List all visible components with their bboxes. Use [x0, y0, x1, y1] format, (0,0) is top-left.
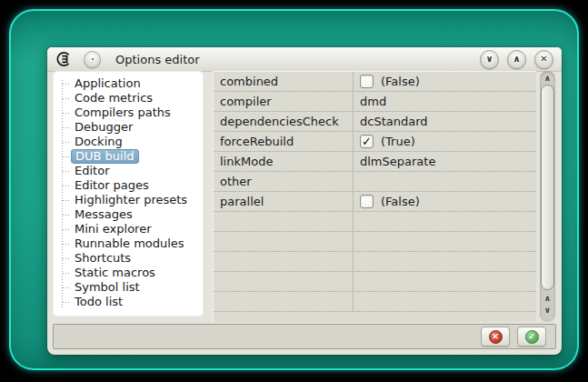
property-value-text: dcStandard — [360, 115, 428, 128]
close-icon: ✕ — [540, 55, 547, 64]
accept-button[interactable]: ✓ — [517, 327, 546, 347]
property-name: linkMode — [214, 152, 354, 171]
close-button[interactable]: ✕ — [534, 50, 553, 69]
titlebar[interactable]: Options editor ∨ ∧ ✕ — [47, 47, 562, 72]
property-value[interactable]: (False) — [354, 72, 536, 91]
sidebar-item-label: Compilers paths — [75, 106, 171, 120]
property-value-text: (True) — [381, 135, 415, 148]
property-value[interactable] — [354, 292, 536, 311]
property-value-text: dmd — [360, 95, 386, 108]
property-row-empty — [214, 292, 536, 312]
property-name — [214, 252, 354, 271]
chevron-down-icon: ∨ — [485, 55, 493, 64]
cancel-button[interactable]: ✕ — [481, 327, 510, 347]
checkbox[interactable] — [360, 195, 374, 208]
sidebar-item-label: Code metrics — [75, 91, 153, 106]
property-row-linkMode[interactable]: linkMode dlmSeparate — [214, 152, 536, 172]
desktop-background: Options editor ∨ ∧ ✕ Application Code me… — [9, 9, 579, 370]
checkbox[interactable] — [360, 75, 374, 88]
scroll-up-icon[interactable]: ∧ — [540, 293, 555, 304]
property-name: other — [214, 172, 354, 191]
property-value[interactable] — [354, 212, 536, 231]
coedit-app-icon — [55, 51, 72, 67]
sidebar-item-label: Highlighter presets — [75, 193, 187, 207]
sidebar-item-compilers-paths[interactable]: Compilers paths — [53, 106, 204, 120]
property-name: forceRebuild — [214, 132, 354, 151]
sidebar-item-todo-list[interactable]: Todo list — [53, 295, 204, 309]
maximize-button[interactable]: ∧ — [507, 50, 526, 69]
options-editor-window: Options editor ∨ ∧ ✕ Application Code me… — [47, 47, 562, 355]
minimize-button[interactable]: ∨ — [480, 50, 499, 69]
sidebar-item-static-macros[interactable]: Static macros — [53, 266, 204, 280]
sidebar-item-code-metrics[interactable]: Code metrics — [53, 91, 204, 106]
property-row-dependenciesCheck[interactable]: dependenciesCheck dcStandard — [214, 112, 536, 132]
sidebar-item-runnable-modules[interactable]: Runnable modules — [53, 236, 204, 251]
sidebar-item-editor-pages[interactable]: Editor pages — [53, 178, 204, 193]
sidebar-item-label: Symbol list — [75, 280, 140, 295]
property-row-empty — [214, 212, 536, 232]
cancel-cross-icon: ✕ — [489, 330, 503, 344]
sidebar-item-editor[interactable]: Editor — [53, 164, 204, 178]
checkbox[interactable]: ✓ — [360, 135, 374, 148]
property-name: dependenciesCheck — [214, 112, 354, 131]
sidebar-item-label: Static macros — [75, 266, 155, 280]
property-value[interactable] — [354, 172, 536, 191]
property-value[interactable] — [354, 252, 536, 271]
property-row-other[interactable]: other — [214, 172, 536, 192]
menu-dot-icon — [92, 58, 94, 60]
sidebar-item-symbol-list[interactable]: Symbol list — [53, 280, 204, 295]
property-name — [214, 292, 354, 311]
property-value[interactable]: dmd — [354, 92, 536, 111]
sidebar-item-label: Editor — [75, 164, 109, 178]
sidebar-item-label: Shortcuts — [75, 251, 131, 266]
chevron-up-icon: ∧ — [513, 55, 520, 64]
scrollbar-thumb[interactable] — [541, 85, 554, 290]
sidebar-item-label: Editor pages — [75, 178, 149, 193]
property-name: parallel — [214, 192, 354, 211]
sidebar-item-highlighter-presets[interactable]: Highlighter presets — [53, 193, 204, 207]
sidebar-item-application[interactable]: Application — [53, 76, 204, 91]
accept-check-icon: ✓ — [525, 330, 539, 344]
property-row-empty — [214, 252, 536, 272]
property-name: combined — [214, 72, 354, 91]
sidebar-item-label: Mini explorer — [75, 222, 152, 236]
sidebar-item-docking[interactable]: Docking — [53, 135, 204, 149]
window-title: Options editor — [115, 53, 200, 66]
sidebar-item-messages[interactable]: Messages — [53, 207, 204, 222]
sidebar-item-mini-explorer[interactable]: Mini explorer — [53, 222, 204, 236]
scroll-up-icon[interactable]: ∧ — [540, 73, 555, 84]
property-value[interactable]: ✓ (True) — [354, 132, 536, 151]
property-name — [214, 272, 354, 291]
vertical-scrollbar[interactable]: ∧ ∧ ∨ — [540, 71, 555, 322]
property-value-text: dlmSeparate — [360, 155, 435, 168]
property-name: compiler — [214, 92, 354, 111]
sidebar-item-label: Messages — [75, 207, 133, 222]
property-value-text: (False) — [381, 195, 420, 208]
sidebar-item-dub-build[interactable]: DUB build — [53, 149, 204, 164]
sidebar-item-label: Docking — [75, 135, 123, 149]
property-value[interactable]: dlmSeparate — [354, 152, 536, 171]
property-row-forceRebuild[interactable]: forceRebuild ✓ (True) — [214, 132, 536, 152]
sidebar-item-shortcuts[interactable]: Shortcuts — [53, 251, 204, 266]
property-row-empty — [214, 232, 536, 252]
property-value[interactable] — [354, 272, 536, 291]
property-name — [214, 232, 354, 251]
sidebar-item-label: DUB build — [71, 149, 139, 164]
scroll-down-icon[interactable]: ∨ — [540, 305, 555, 316]
property-grid: combined (False) compiler dmd dependenci… — [213, 71, 536, 322]
property-value[interactable]: (False) — [354, 192, 536, 211]
property-name — [214, 212, 354, 231]
property-row-compiler[interactable]: compiler dmd — [214, 92, 536, 112]
property-row-combined[interactable]: combined (False) — [214, 72, 536, 92]
property-value[interactable] — [354, 232, 536, 251]
property-row-empty — [214, 272, 536, 292]
sidebar-item-debugger[interactable]: Debugger — [53, 120, 204, 135]
property-row-parallel[interactable]: parallel (False) — [214, 192, 536, 212]
footer-bar: ✕ ✓ — [53, 324, 556, 349]
category-tree: Application Code metrics Compilers paths… — [53, 71, 204, 317]
sidebar-item-label: Runnable modules — [75, 236, 184, 251]
window-menu-button[interactable] — [84, 51, 101, 68]
sidebar-item-label: Debugger — [75, 120, 133, 135]
property-value[interactable]: dcStandard — [354, 112, 536, 131]
sidebar-item-label: Todo list — [75, 295, 123, 309]
